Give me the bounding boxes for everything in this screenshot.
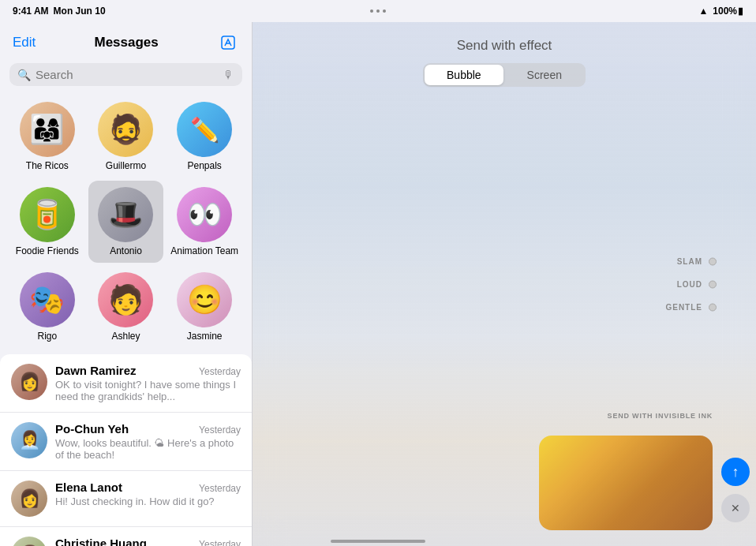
pinned-item-animation-team[interactable]: 👀 Animation Team xyxy=(167,181,242,263)
pinned-name-ashley: Ashley xyxy=(111,331,140,342)
pinned-name-foodie-friends: Foodie Friends xyxy=(16,245,79,256)
home-indicator xyxy=(331,540,425,543)
effect-dot-loud xyxy=(709,280,717,288)
conv-name-christine: Christine Huang xyxy=(55,537,147,546)
conv-preview-pochun: Wow, looks beautiful. 🌤 Here's a photo o… xyxy=(55,437,241,461)
app-container: Edit Messages 🔍 🎙 👨‍👩‍👧 The Ricos xyxy=(0,22,756,546)
effect-label-loud: LOUD xyxy=(677,280,702,289)
conversation-list: 👩 Dawn Ramirez Yesterday OK to visit ton… xyxy=(0,354,252,546)
effects-list: SLAM LOUD GENTLE xyxy=(665,257,717,312)
wifi-icon: ▲ xyxy=(698,6,708,17)
conversation-pochun-yeh[interactable]: 👩‍💼 Po-Chun Yeh Yesterday Wow, looks bea… xyxy=(0,413,252,471)
pinned-item-guillermo[interactable]: 🧔 Guillermo xyxy=(88,95,164,178)
status-bar: 9:41 AM Mon Jun 10 ▲ 100% ▮ xyxy=(0,0,756,22)
effect-tabs: Bubble Screen xyxy=(423,63,586,87)
conv-name-pochun: Po-Chun Yeh xyxy=(55,422,129,436)
pinned-item-penpals[interactable]: ✏️ Penpals xyxy=(167,95,242,178)
search-bar[interactable]: 🔍 🎙 xyxy=(9,63,242,86)
avatar-antonio: 🎩 xyxy=(98,187,153,242)
avatar-jasmine: 😊 xyxy=(177,272,232,327)
effect-label-gentle: GENTLE xyxy=(665,303,702,312)
effect-header: Send with effect Bubble Screen xyxy=(253,38,756,87)
avatar-elena-lanot: 👩 xyxy=(11,481,47,517)
tab-screen[interactable]: Screen xyxy=(505,65,584,85)
avatar-rigo: 🎭 xyxy=(20,272,75,327)
pinned-item-ashley[interactable]: 🧑 Ashley xyxy=(88,266,164,348)
edit-button[interactable]: Edit xyxy=(13,35,36,50)
three-dots xyxy=(370,9,386,13)
avatar-pochun-yeh: 👩‍💼 xyxy=(11,422,47,458)
compose-button[interactable] xyxy=(217,32,239,54)
battery: 100% ▮ xyxy=(713,6,743,17)
avatar-christine-huang: 👩 xyxy=(11,537,47,546)
avatar-ashley: 🧑 xyxy=(98,272,153,327)
sidebar: Edit Messages 🔍 🎙 👨‍👩‍👧 The Ricos xyxy=(0,22,253,546)
avatar-foodie-friends: 🥫 xyxy=(20,187,75,242)
tab-bubble[interactable]: Bubble xyxy=(425,65,503,85)
avatar-guillermo: 🧔 xyxy=(98,102,153,157)
avatar-penpals: ✏️ xyxy=(177,102,232,157)
pinned-item-rigo[interactable]: 🎭 Rigo xyxy=(9,266,85,348)
compose-icon xyxy=(220,35,236,50)
effect-dot-gentle xyxy=(709,303,717,311)
microphone-icon: 🎙 xyxy=(223,69,234,81)
conv-time-dawn: Yesterday xyxy=(199,366,241,377)
pinned-grid: 👨‍👩‍👧 The Ricos 🧔 Guillermo ✏️ Penpals 🥫… xyxy=(0,92,252,354)
pinned-name-rigo: Rigo xyxy=(37,331,57,342)
send-icon: ↑ xyxy=(732,464,739,481)
conv-name-dawn: Dawn Ramirez xyxy=(55,364,137,377)
search-input[interactable] xyxy=(36,68,219,81)
conv-time-pochun: Yesterday xyxy=(199,424,241,436)
send-button[interactable]: ↑ xyxy=(721,458,750,486)
effect-label-slam: SLAM xyxy=(677,257,702,266)
pinned-name-guillermo: Guillermo xyxy=(106,160,146,171)
cancel-icon: ✕ xyxy=(731,502,740,514)
pinned-name-penpals: Penpals xyxy=(187,160,221,171)
time: 9:41 AM xyxy=(13,6,49,17)
pinned-name-jasmine: Jasmine xyxy=(187,331,223,342)
effect-slam[interactable]: SLAM xyxy=(677,257,717,266)
message-card xyxy=(539,436,713,530)
invisible-ink-label: SEND WITH INVISIBLE INK xyxy=(608,412,713,420)
effect-dot-slam xyxy=(709,257,717,265)
search-icon: 🔍 xyxy=(17,69,31,81)
conv-time-elena: Yesterday xyxy=(199,483,241,494)
conv-info-christine: Christine Huang Yesterday Me too, haha. … xyxy=(55,537,241,546)
conv-info-elena: Elena Lanot Yesterday Hi! Just checking … xyxy=(55,481,241,507)
conv-info-pochun: Po-Chun Yeh Yesterday Wow, looks beautif… xyxy=(55,422,241,461)
sidebar-title: Messages xyxy=(95,35,159,50)
effect-gentle[interactable]: GENTLE xyxy=(665,303,717,312)
conversation-dawn-ramirez[interactable]: 👩 Dawn Ramirez Yesterday OK to visit ton… xyxy=(0,354,252,413)
pinned-item-jasmine[interactable]: 😊 Jasmine xyxy=(167,266,242,348)
pinned-name-animation-team: Animation Team xyxy=(170,245,238,256)
avatar-the-ricos: 👨‍👩‍👧 xyxy=(20,102,75,157)
conv-preview-dawn: OK to visit tonight? I have some things … xyxy=(55,379,241,402)
avatar-animation-team: 👀 xyxy=(177,187,232,242)
right-panel: Send with effect Bubble Screen SLAM LOUD… xyxy=(253,22,756,546)
pinned-name-antonio: Antonio xyxy=(110,245,142,256)
date: Mon Jun 10 xyxy=(54,6,106,17)
message-card-background xyxy=(539,436,713,530)
conv-preview-elena: Hi! Just checking in. How did it go? xyxy=(55,496,241,507)
conversation-christine-huang[interactable]: 👩 Christine Huang Yesterday Me too, haha… xyxy=(0,527,252,546)
action-buttons: ↑ ✕ xyxy=(721,458,750,522)
avatar-dawn-ramirez: 👩 xyxy=(11,364,47,400)
conv-time-christine: Yesterday xyxy=(199,539,241,546)
pinned-item-antonio[interactable]: 🎩 Antonio xyxy=(88,181,164,263)
conv-name-elena: Elena Lanot xyxy=(55,481,122,494)
pinned-item-foodie-friends[interactable]: 🥫 Foodie Friends xyxy=(9,181,85,263)
pinned-name-the-ricos: The Ricos xyxy=(26,160,69,171)
sidebar-header: Edit Messages xyxy=(0,22,252,60)
conversation-elena-lanot[interactable]: 👩 Elena Lanot Yesterday Hi! Just checkin… xyxy=(0,471,252,527)
cancel-button[interactable]: ✕ xyxy=(721,494,750,522)
conv-info-dawn: Dawn Ramirez Yesterday OK to visit tonig… xyxy=(55,364,241,402)
effect-loud[interactable]: LOUD xyxy=(677,280,717,289)
pinned-item-the-ricos[interactable]: 👨‍👩‍👧 The Ricos xyxy=(9,95,85,178)
effect-title: Send with effect xyxy=(457,38,552,54)
